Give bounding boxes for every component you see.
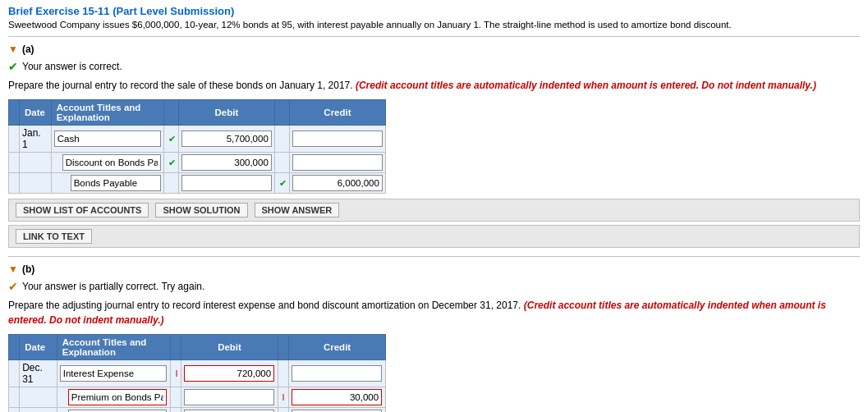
debit-cell-b3 — [181, 408, 278, 413]
th-acct-b: Account Titles and Explanation — [57, 335, 170, 360]
correct-text: Your answer is correct. — [22, 61, 122, 72]
account-input-a2[interactable] — [62, 154, 161, 171]
credit-input-b2[interactable] — [292, 389, 382, 405]
debit-input-b1[interactable] — [184, 365, 274, 382]
acct-cell — [57, 408, 170, 413]
debit-cell-a1 — [178, 126, 274, 153]
checkmark-icon: ✔ — [8, 60, 18, 73]
check-cell-b1c — [278, 360, 288, 387]
acct-cell — [51, 173, 163, 194]
row-icon — [9, 173, 20, 194]
th-credit: Credit — [289, 100, 385, 126]
show-list-accounts-button[interactable]: SHOW LIST OF ACCOUNTS — [16, 203, 149, 217]
credit-input-a3[interactable] — [292, 175, 383, 191]
check-cell-b3c — [278, 408, 288, 413]
check-cell-b1: I — [170, 360, 181, 387]
section-a-label: (a) — [22, 43, 34, 55]
th-empty-b — [9, 335, 20, 360]
check-cell-a2: ✔ — [163, 153, 178, 173]
check-cell-a3c: ✔ — [274, 173, 289, 194]
debit-input-a1[interactable] — [181, 130, 272, 147]
acct-cell — [57, 387, 170, 408]
instruction-italic-a: (Credit account titles are automatically… — [356, 80, 816, 91]
show-answer-button[interactable]: SHOW ANSWER — [255, 203, 340, 217]
th-debit-b: Debit — [181, 335, 278, 360]
credit-input-a1[interactable] — [292, 130, 383, 147]
th-date-acct: Date — [20, 100, 52, 126]
debit-input-a3[interactable] — [181, 175, 272, 191]
partial-badge: ✔ Your answer is partially correct. Try … — [8, 280, 860, 293]
debit-input-b2[interactable] — [184, 389, 274, 405]
acct-cell — [51, 153, 163, 173]
credit-input-b1[interactable] — [292, 365, 382, 382]
th-empty — [9, 100, 20, 126]
table-row: Jan. 1 ✔ — [9, 126, 386, 153]
acct-cell — [57, 360, 170, 387]
debit-cell-a3 — [178, 173, 274, 194]
table-row: ✔ — [9, 173, 386, 194]
credit-cell-a1 — [289, 126, 385, 153]
partial-correct-text: Your answer is partially correct. Try ag… — [22, 281, 204, 292]
credit-cell-a2 — [289, 153, 385, 173]
journal-table-b: Date Account Titles and Explanation Debi… — [8, 334, 386, 412]
triangle-icon-b: ▼ — [8, 263, 18, 275]
date-cell — [20, 173, 52, 194]
credit-cell-b1 — [289, 360, 386, 387]
credit-cell-b3 — [289, 408, 386, 413]
page-subtitle: Sweetwood Company issues $6,000,000, 10-… — [8, 20, 860, 30]
show-solution-button[interactable]: SHOW SOLUTION — [155, 203, 247, 217]
credit-input-a2[interactable] — [292, 154, 383, 171]
th-icon1 — [163, 100, 178, 126]
debit-cell-a2 — [178, 153, 274, 173]
th-credit-b: Credit — [289, 335, 386, 360]
partial-check-icon: ✔ — [8, 280, 18, 293]
acct-cell — [51, 126, 163, 153]
link-bar-a: LINK TO TEXT — [8, 225, 860, 248]
date-cell: Dec. 31 — [20, 360, 57, 387]
table-row: I — [9, 387, 386, 408]
credit-cell-a3 — [289, 173, 385, 194]
debit-cell-b2 — [181, 387, 278, 408]
row-icon — [9, 153, 20, 173]
th-date-acct-b: Date — [20, 335, 57, 360]
table-row: ✔ — [9, 153, 386, 173]
instruction-b: Prepare the adjusting journal entry to r… — [8, 298, 860, 327]
account-input-b2[interactable] — [68, 389, 167, 405]
check-cell-a1: ✔ — [163, 126, 178, 153]
th-icon2 — [274, 100, 289, 126]
th-acct: Account Titles and Explanation — [51, 100, 163, 126]
check-cell-a1c — [274, 126, 289, 153]
row-icon — [9, 360, 20, 387]
table-row — [9, 408, 386, 413]
page-title: Brief Exercise 15-11 (Part Level Submiss… — [8, 5, 860, 17]
date-cell: Jan. 1 — [20, 126, 52, 153]
check-cell-b2 — [170, 387, 181, 408]
debit-cell-b1 — [181, 360, 278, 387]
th-icon2-b — [278, 335, 288, 360]
account-input-a1[interactable] — [54, 130, 161, 147]
debit-input-a2[interactable] — [181, 154, 272, 171]
check-cell-a3 — [163, 173, 178, 194]
instruction-plain-b: Prepare the adjusting journal entry to r… — [8, 300, 521, 311]
section-b-label: (b) — [22, 263, 34, 275]
triangle-icon-a: ▼ — [8, 43, 18, 55]
correct-badge: ✔ Your answer is correct. — [8, 60, 860, 73]
instruction-a: Prepare the journal entry to record the … — [8, 78, 860, 93]
journal-table-a: Date Account Titles and Explanation Debi… — [8, 99, 386, 194]
account-input-b1[interactable] — [60, 365, 167, 382]
th-icon1-b — [170, 335, 181, 360]
date-cell — [20, 387, 57, 408]
section-b: ▼ (b) ✔ Your answer is partially correct… — [8, 263, 860, 412]
check-cell-b2c: I — [278, 387, 288, 408]
row-icon — [9, 387, 20, 408]
row-icon — [9, 408, 20, 413]
section-a: ▼ (a) ✔ Your answer is correct. Prepare … — [8, 43, 860, 248]
date-cell — [20, 153, 52, 173]
account-input-a3[interactable] — [71, 175, 161, 191]
link-to-text-button[interactable]: LINK TO TEXT — [16, 229, 92, 244]
th-debit: Debit — [178, 100, 274, 126]
row-icon — [9, 126, 20, 153]
instruction-plain-a: Prepare the journal entry to record the … — [8, 80, 353, 91]
check-cell-b3 — [170, 408, 181, 413]
check-cell-a2c — [274, 153, 289, 173]
